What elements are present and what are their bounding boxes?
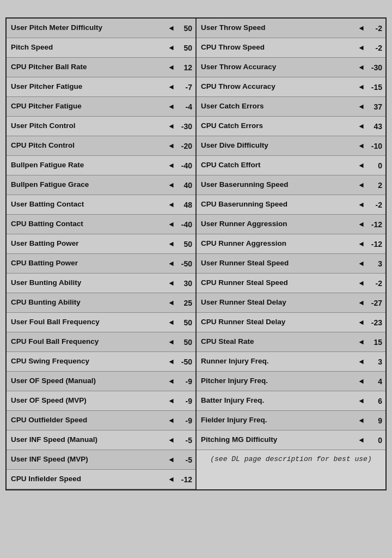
left-arrow-icon[interactable]: ◄ (359, 24, 364, 33)
row-controls[interactable]: ◄2 (359, 181, 382, 190)
left-arrow-icon[interactable]: ◄ (359, 240, 364, 248)
row-controls[interactable]: ◄50 (169, 240, 192, 248)
row-controls[interactable]: ◄-12 (169, 475, 192, 484)
left-arrow-icon[interactable]: ◄ (359, 279, 364, 288)
left-arrow-icon[interactable]: ◄ (169, 24, 174, 33)
left-arrow-icon[interactable]: ◄ (359, 181, 364, 190)
row-controls[interactable]: ◄50 (169, 318, 192, 327)
left-arrow-icon[interactable]: ◄ (359, 83, 364, 92)
row-controls[interactable]: ◄-12 (359, 220, 382, 229)
left-arrow-icon[interactable]: ◄ (169, 475, 174, 484)
row-controls[interactable]: ◄-2 (359, 44, 382, 52)
row-controls[interactable]: ◄-2 (359, 24, 382, 33)
left-arrow-icon[interactable]: ◄ (169, 102, 174, 111)
left-arrow-icon[interactable]: ◄ (169, 240, 174, 248)
left-arrow-icon[interactable]: ◄ (359, 397, 364, 405)
left-arrow-icon[interactable]: ◄ (359, 102, 364, 111)
left-arrow-icon[interactable]: ◄ (169, 357, 174, 366)
row-controls[interactable]: ◄-9 (169, 416, 192, 425)
left-arrow-icon[interactable]: ◄ (169, 338, 174, 347)
row-controls[interactable]: ◄50 (169, 338, 192, 347)
row-controls[interactable]: ◄50 (169, 24, 192, 33)
row-label: User INF Speed (Manual) (11, 435, 169, 444)
left-arrow-icon[interactable]: ◄ (359, 220, 364, 229)
row-controls[interactable]: ◄-20 (169, 142, 192, 150)
row-controls[interactable]: ◄43 (359, 122, 382, 131)
left-arrow-icon[interactable]: ◄ (169, 377, 174, 386)
row-controls[interactable]: ◄-27 (359, 299, 382, 307)
row-value: -40 (175, 161, 192, 170)
row-controls[interactable]: ◄-4 (169, 102, 192, 111)
row-controls[interactable]: ◄-5 (169, 436, 192, 445)
left-arrow-icon[interactable]: ◄ (169, 318, 174, 327)
left-arrow-icon[interactable]: ◄ (169, 416, 174, 425)
left-arrow-icon[interactable]: ◄ (169, 44, 174, 52)
row-controls[interactable]: ◄48 (169, 201, 192, 209)
row-controls[interactable]: ◄37 (359, 102, 382, 111)
table-row: User Throw Speed◄-2 (197, 19, 385, 38)
row-controls[interactable]: ◄-30 (169, 122, 192, 131)
left-arrow-icon[interactable]: ◄ (359, 44, 364, 52)
row-controls[interactable]: ◄50 (169, 44, 192, 52)
row-controls[interactable]: ◄3 (359, 259, 382, 268)
left-arrow-icon[interactable]: ◄ (359, 142, 364, 150)
left-arrow-icon[interactable]: ◄ (359, 299, 364, 307)
row-controls[interactable]: ◄-12 (359, 240, 382, 248)
left-arrow-icon[interactable]: ◄ (359, 318, 364, 327)
row-controls[interactable]: ◄9 (359, 416, 382, 425)
left-arrow-icon[interactable]: ◄ (359, 259, 364, 268)
left-arrow-icon[interactable]: ◄ (359, 201, 364, 209)
row-controls[interactable]: ◄-40 (169, 220, 192, 229)
left-arrow-icon[interactable]: ◄ (169, 142, 174, 150)
row-label: User INF Speed (MVP) (11, 455, 169, 464)
row-controls[interactable]: ◄12 (169, 63, 192, 72)
left-arrow-icon[interactable]: ◄ (169, 436, 174, 445)
row-label: User Baserunning Speed (201, 180, 359, 189)
row-controls[interactable]: ◄-50 (169, 259, 192, 268)
row-controls[interactable]: ◄4 (359, 377, 382, 386)
row-controls[interactable]: ◄-23 (359, 318, 382, 327)
left-arrow-icon[interactable]: ◄ (359, 63, 364, 72)
left-arrow-icon[interactable]: ◄ (169, 83, 174, 92)
row-controls[interactable]: ◄-50 (169, 357, 192, 366)
row-controls[interactable]: ◄0 (359, 161, 382, 170)
row-controls[interactable]: ◄-15 (359, 83, 382, 92)
row-controls[interactable]: ◄-30 (359, 63, 382, 72)
left-arrow-icon[interactable]: ◄ (359, 436, 364, 445)
row-controls[interactable]: ◄-5 (169, 456, 192, 464)
left-arrow-icon[interactable]: ◄ (359, 161, 364, 170)
row-controls[interactable]: ◄-9 (169, 377, 192, 386)
left-arrow-icon[interactable]: ◄ (169, 279, 174, 288)
left-arrow-icon[interactable]: ◄ (359, 122, 364, 131)
left-arrow-icon[interactable]: ◄ (359, 338, 364, 347)
row-controls[interactable]: ◄25 (169, 299, 192, 307)
left-arrow-icon[interactable]: ◄ (359, 377, 364, 386)
row-controls[interactable]: ◄-10 (359, 142, 382, 150)
row-controls[interactable]: ◄15 (359, 338, 382, 347)
left-arrow-icon[interactable]: ◄ (169, 181, 174, 190)
row-controls[interactable]: ◄0 (359, 436, 382, 445)
left-arrow-icon[interactable]: ◄ (359, 416, 364, 425)
row-controls[interactable]: ◄6 (359, 397, 382, 405)
row-controls[interactable]: ◄30 (169, 279, 192, 288)
row-controls[interactable]: ◄40 (169, 181, 192, 190)
row-controls[interactable]: ◄-40 (169, 161, 192, 170)
row-label: User Batting Contact (11, 200, 169, 209)
row-controls[interactable]: ◄-7 (169, 83, 192, 92)
left-arrow-icon[interactable]: ◄ (169, 397, 174, 405)
left-arrow-icon[interactable]: ◄ (169, 63, 174, 72)
left-arrow-icon[interactable]: ◄ (169, 201, 174, 209)
row-controls[interactable]: ◄3 (359, 357, 382, 366)
left-arrow-icon[interactable]: ◄ (169, 456, 174, 464)
row-controls[interactable]: ◄-9 (169, 397, 192, 405)
left-arrow-icon[interactable]: ◄ (169, 299, 174, 307)
table-row: CPU Bunting Ability◄25 (7, 293, 195, 313)
left-arrow-icon[interactable]: ◄ (359, 357, 364, 366)
left-arrow-icon[interactable]: ◄ (169, 220, 174, 229)
left-arrow-icon[interactable]: ◄ (169, 161, 174, 170)
row-controls[interactable]: ◄-2 (359, 201, 382, 209)
left-arrow-icon[interactable]: ◄ (169, 259, 174, 268)
left-arrow-icon[interactable]: ◄ (169, 122, 174, 131)
settings-table: User Pitch Meter Difficulty◄50Pitch Spee… (5, 17, 387, 490)
row-controls[interactable]: ◄-2 (359, 279, 382, 288)
